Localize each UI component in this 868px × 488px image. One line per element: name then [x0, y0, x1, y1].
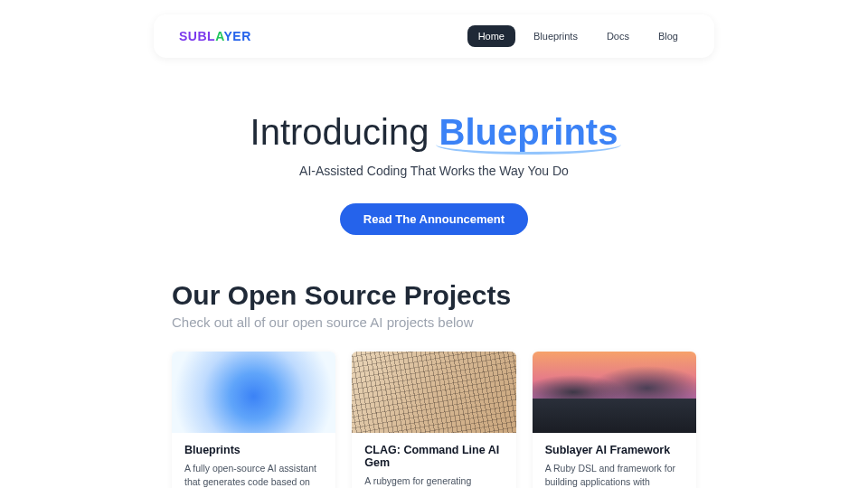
card-image — [533, 352, 696, 433]
card-image — [352, 352, 515, 433]
projects-section: Our Open Source Projects Check out all o… — [0, 280, 868, 488]
card-title: CLAG: Command Line AI Gem — [364, 444, 503, 469]
navbar: SUBLAYER Home Blueprints Docs Blog — [154, 14, 714, 58]
hero-title-accent: Blueprints — [439, 112, 618, 153]
nav-links: Home Blueprints Docs Blog — [467, 25, 689, 47]
read-announcement-button[interactable]: Read The Announcement — [340, 203, 528, 235]
card-image — [172, 352, 335, 433]
hero-title: Introducing Blueprints — [36, 112, 832, 153]
section-subtitle: Check out all of our open source AI proj… — [172, 314, 696, 330]
nav-link-blog[interactable]: Blog — [647, 25, 689, 47]
card-body: Blueprints A fully open-source AI assist… — [172, 433, 335, 488]
logo-part-yer: YER — [223, 29, 250, 43]
project-card-clag[interactable]: CLAG: Command Line AI Gem A rubygem for … — [352, 352, 515, 488]
card-desc: A rubygem for generating command line co… — [364, 474, 503, 488]
project-cards: Blueprints A fully open-source AI assist… — [172, 352, 696, 488]
card-body: CLAG: Command Line AI Gem A rubygem for … — [352, 433, 515, 488]
card-desc: A Ruby DSL and framework for building ap… — [545, 462, 684, 488]
logo[interactable]: SUBLAYER — [179, 29, 251, 43]
nav-link-docs[interactable]: Docs — [596, 25, 640, 47]
card-title: Blueprints — [184, 444, 323, 456]
section-title: Our Open Source Projects — [172, 280, 696, 311]
logo-part-sub: SUBL — [179, 29, 215, 43]
hero: Introducing Blueprints AI-Assisted Codin… — [0, 112, 868, 235]
card-body: Sublayer AI Framework A Ruby DSL and fra… — [533, 433, 696, 488]
nav-link-blueprints[interactable]: Blueprints — [523, 25, 589, 47]
nav-link-home[interactable]: Home — [467, 25, 515, 47]
project-card-blueprints[interactable]: Blueprints A fully open-source AI assist… — [172, 352, 335, 488]
hero-title-prefix: Introducing — [250, 112, 439, 152]
card-desc: A fully open-source AI assistant that ge… — [184, 462, 323, 488]
card-title: Sublayer AI Framework — [545, 444, 684, 456]
hero-subtitle: AI-Assisted Coding That Works the Way Yo… — [36, 164, 832, 178]
project-card-sublayer[interactable]: Sublayer AI Framework A Ruby DSL and fra… — [533, 352, 696, 488]
